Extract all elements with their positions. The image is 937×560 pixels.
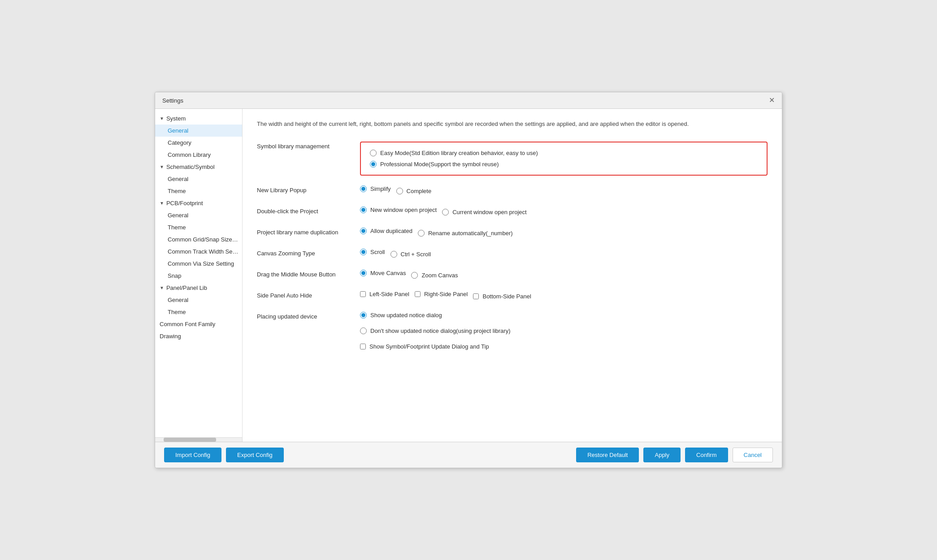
checkbox-right-side[interactable] [415, 291, 421, 297]
controls-lib-dup: Allow duplicated Rename automatically(_n… [360, 228, 768, 239]
label-zoom-canvas: Zoom Canvas [421, 272, 458, 279]
dialog-title: Settings [162, 97, 183, 104]
sidebar-item-general[interactable]: General [155, 125, 242, 137]
checkbox-show-footprint-update[interactable] [360, 344, 366, 349]
radio-zoom-canvas[interactable] [411, 272, 418, 279]
sidebar: ▼ System General Category Common Library… [155, 109, 243, 437]
sidebar-hscroll-thumb [164, 438, 216, 442]
option-bottom-side[interactable]: Bottom-Side Panel [473, 293, 531, 300]
confirm-button[interactable]: Confirm [685, 448, 728, 462]
sidebar-section-panel[interactable]: ▼ Panel/Panel Lib [155, 282, 242, 294]
label-left-side: Left-Side Panel [369, 291, 409, 297]
sidebar-item-pcb-snap[interactable]: Snap [155, 270, 242, 282]
bottom-bar: Import Config Export Config Restore Defa… [155, 442, 782, 468]
sidebar-section-pcb[interactable]: ▼ PCB/Footprint [155, 197, 242, 209]
sidebar-item-pcb-theme[interactable]: Theme [155, 221, 242, 233]
controls-middle-mouse: Move Canvas Zoom Canvas [360, 270, 768, 281]
sidebar-item-drawing[interactable]: Drawing [155, 330, 242, 342]
radio-allow-dup[interactable] [360, 228, 367, 234]
sidebar-item-common-font[interactable]: Common Font Family [155, 318, 242, 330]
sidebar-item-sch-theme[interactable]: Theme [155, 185, 242, 197]
radio-current-window[interactable] [442, 209, 449, 215]
label-middle-mouse: Drag the Middle Mouse Button [257, 270, 360, 278]
main-content: The width and height of the current left… [243, 109, 782, 442]
controls-new-library-popup: Simplify Complete [360, 185, 768, 197]
sidebar-item-common-library[interactable]: Common Library [155, 149, 242, 161]
title-bar: Settings ✕ [155, 92, 782, 109]
radio-show-notice[interactable] [360, 312, 367, 319]
option-move-canvas[interactable]: Move Canvas [360, 270, 406, 276]
schematic-arrow-icon: ▼ [160, 164, 164, 169]
option-rename-auto[interactable]: Rename automatically(_number) [418, 230, 513, 237]
controls-side-panel: Left-Side Panel Right-Side Panel Bottom-… [360, 291, 768, 302]
checkbox-bottom-side[interactable] [473, 293, 479, 299]
option-left-side[interactable]: Left-Side Panel [360, 291, 409, 297]
sidebar-item-panel-theme[interactable]: Theme [155, 306, 242, 318]
checkbox-left-side[interactable] [360, 291, 366, 297]
option-professional-mode[interactable]: Professional Mode(Support the symbol reu… [370, 161, 758, 168]
label-canvas-zoom: Canvas Zooming Type [257, 249, 360, 257]
bottom-right: Restore Default Apply Confirm Cancel [576, 448, 773, 462]
sidebar-item-pcb-grid[interactable]: Common Grid/Snap Size Se… [155, 233, 242, 246]
radio-new-window[interactable] [360, 207, 367, 213]
sidebar-section-pcb-label: PCB/Footprint [166, 200, 203, 207]
sidebar-hscrollbar[interactable] [155, 437, 242, 442]
sidebar-section-system[interactable]: ▼ System [155, 112, 242, 125]
sidebar-section-schematic-label: Schematic/Symbol [166, 164, 215, 170]
radio-scroll[interactable] [360, 249, 367, 255]
option-current-window[interactable]: Current window open project [442, 209, 526, 215]
radio-ctrl-scroll[interactable] [390, 251, 397, 258]
option-dont-show[interactable]: Don't show updated notice dialog(using p… [360, 327, 511, 334]
option-new-window[interactable]: New window open project [360, 207, 437, 213]
sidebar-item-pcb-via[interactable]: Common Via Size Setting [155, 258, 242, 270]
option-complete[interactable]: Complete [396, 188, 432, 194]
import-config-button[interactable]: Import Config [164, 448, 221, 462]
label-dont-show: Don't show updated notice dialog(using p… [370, 327, 511, 334]
sidebar-item-pcb-track[interactable]: Common Track Width Settin… [155, 246, 242, 258]
close-button[interactable]: ✕ [769, 97, 775, 104]
radio-easy-mode[interactable] [370, 150, 377, 156]
label-move-canvas: Move Canvas [370, 270, 406, 276]
row-canvas-zoom: Canvas Zooming Type Scroll Ctrl + Scroll [257, 249, 768, 260]
description-text: The width and height of the current left… [257, 120, 768, 129]
row-middle-mouse: Drag the Middle Mouse Button Move Canvas… [257, 270, 768, 281]
radio-rename-auto[interactable] [418, 230, 425, 237]
sidebar-section-schematic[interactable]: ▼ Schematic/Symbol [155, 161, 242, 173]
row-double-click: Double-click the Project New window open… [257, 207, 768, 218]
option-ctrl-scroll[interactable]: Ctrl + Scroll [390, 251, 431, 258]
radio-professional-mode[interactable] [370, 161, 377, 168]
restore-default-button[interactable]: Restore Default [576, 448, 639, 462]
option-right-side[interactable]: Right-Side Panel [415, 291, 468, 297]
controls-canvas-zoom: Scroll Ctrl + Scroll [360, 249, 768, 260]
radio-dont-show[interactable] [360, 327, 367, 334]
sidebar-item-sch-general[interactable]: General [155, 173, 242, 185]
radio-complete[interactable] [396, 188, 403, 194]
label-simplify: Simplify [370, 185, 391, 192]
option-scroll[interactable]: Scroll [360, 249, 385, 255]
controls-placing-updated: Show updated notice dialog Don't show up… [360, 312, 768, 350]
option-zoom-canvas[interactable]: Zoom Canvas [411, 272, 458, 279]
radio-simplify[interactable] [360, 185, 367, 192]
label-allow-dup: Allow duplicated [370, 228, 412, 234]
sidebar-section-system-label: System [166, 115, 186, 122]
apply-button[interactable]: Apply [643, 448, 681, 462]
row-side-panel: Side Panel Auto Hide Left-Side Panel Rig… [257, 291, 768, 302]
option-show-notice[interactable]: Show updated notice dialog [360, 312, 442, 319]
sidebar-item-panel-general[interactable]: General [155, 294, 242, 306]
option-simplify[interactable]: Simplify [360, 185, 391, 192]
export-config-button[interactable]: Export Config [226, 448, 284, 462]
sidebar-item-category[interactable]: Category [155, 137, 242, 149]
option-easy-mode[interactable]: Easy Mode(Std Edition library creation b… [370, 150, 758, 156]
bottom-left: Import Config Export Config [164, 448, 284, 462]
cancel-button[interactable]: Cancel [733, 448, 773, 462]
sidebar-item-pcb-general[interactable]: General [155, 209, 242, 221]
radio-move-canvas[interactable] [360, 270, 367, 276]
label-double-click: Double-click the Project [257, 207, 360, 215]
dialog-body: ▼ System General Category Common Library… [155, 109, 782, 442]
pcb-arrow-icon: ▼ [160, 201, 164, 206]
symbol-library-box: Easy Mode(Std Edition library creation b… [360, 142, 768, 176]
option-show-footprint-update[interactable]: Show Symbol/Footprint Update Dialog and … [360, 343, 489, 350]
label-lib-dup: Project library name duplication [257, 228, 360, 236]
label-current-window: Current window open project [452, 209, 526, 215]
option-allow-dup[interactable]: Allow duplicated [360, 228, 412, 234]
